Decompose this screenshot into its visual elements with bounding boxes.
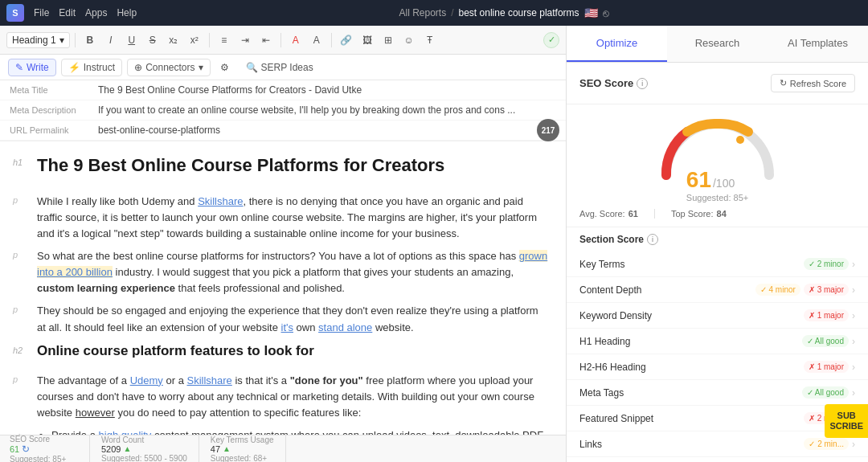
clear-format-button[interactable]: Ŧ (420, 31, 440, 50)
h2-h6-heading-label: H2-H6 Heading (579, 362, 804, 373)
document-h2[interactable]: Online course platform features to look … (37, 342, 314, 360)
h2-h6-heading-badge: ✗ 1 major (804, 361, 849, 373)
text-color-button[interactable]: A (286, 31, 305, 50)
meta-desc-value[interactable]: If you want to create an online course w… (98, 104, 515, 116)
heading-select-icon: ▾ (59, 35, 64, 46)
keys-suggested: Suggested: 68+ (211, 454, 267, 463)
p4-content[interactable]: The advantage of a Udemy or a Skillshare… (37, 373, 550, 421)
menu-apps[interactable]: Apps (85, 7, 107, 18)
app-logo[interactable]: S (6, 4, 24, 22)
heading-select[interactable]: Heading 1 ▾ (6, 32, 70, 48)
key-terms-badge: ✓ 2 minor (804, 258, 849, 270)
score-row-content-depth[interactable]: Content Depth ✓ 4 minor ✗ 3 major › (567, 277, 868, 303)
score-row-url[interactable]: URL ✓ All good › (567, 457, 868, 462)
serp-button[interactable]: 🔍 SERP Ideas (240, 59, 320, 76)
flag-icon: 🇺🇸 (584, 6, 598, 19)
highlight-button[interactable]: A (307, 31, 326, 50)
menu-bar: File Edit Apps Help (34, 7, 137, 18)
breadcrumb-area: All Reports / best online course platfor… (146, 6, 862, 19)
word-count-arrow: ▲ (123, 444, 131, 453)
write-button[interactable]: ✎ Write (8, 59, 56, 76)
p2-highlight-link[interactable]: grown into a 200 billion (37, 250, 547, 278)
score-row-featured-snippet[interactable]: Featured Snippet ✗ 2 major › (567, 406, 868, 431)
breadcrumb-all-reports[interactable]: All Reports (399, 7, 446, 18)
underline-button[interactable]: U (122, 31, 141, 50)
meta-title-value[interactable]: The 9 Best Online Course Platforms for C… (98, 84, 362, 96)
h2-tag: h2 (13, 342, 29, 366)
score-row-key-terms[interactable]: Key Terms ✓ 2 minor › (567, 251, 868, 277)
document-h1[interactable]: The 9 Best Online Course Platforms for C… (37, 154, 444, 178)
keyword-density-chevron: › (852, 310, 855, 321)
write-icon: ✎ (15, 62, 23, 73)
menu-file[interactable]: File (34, 7, 49, 18)
score-row-keyword-density[interactable]: Keyword Density ✗ 1 major › (567, 303, 868, 329)
skillshare-link-1[interactable]: Skillshare (198, 195, 243, 207)
action-bar: ✎ Write ⚡ Instruct ⊕ Connectors ▾ ⚙ 🔍 SE… (0, 55, 566, 80)
table-button[interactable]: ⊞ (379, 31, 398, 50)
score-row-links[interactable]: Links ✓ 2 min... › (567, 431, 868, 457)
right-panel: Optimize Research AI Templates SEO Score… (567, 26, 868, 462)
its-link[interactable]: it's (281, 321, 293, 333)
editor-panel: Heading 1 ▾ B I U S x₂ x² ≡ ⇥ ⇤ A A 🔗 🖼 … (0, 26, 567, 462)
main-layout: Heading 1 ▾ B I U S x₂ x² ≡ ⇥ ⇤ A A 🔗 🖼 … (0, 26, 868, 462)
document-content: h1 The 9 Best Online Course Platforms fo… (0, 141, 566, 435)
top-score-item: Top Score: 84 (671, 209, 727, 219)
strikethrough-button[interactable]: S (143, 31, 162, 50)
check-icon: ✓ (543, 32, 559, 48)
section-score-info-icon[interactable]: i (647, 234, 658, 245)
meta-title-label: Meta Title (10, 85, 98, 95)
share-icon[interactable]: ⎋ (603, 7, 609, 19)
instruct-button[interactable]: ⚡ Instruct (61, 59, 122, 76)
p1-content[interactable]: While I really like both Udemy and Skill… (37, 194, 550, 242)
refresh-score-button[interactable]: ↻ Refresh Score (771, 74, 855, 92)
seo-score-label: SEO Score (10, 435, 50, 444)
refresh-icon-2: ↻ (780, 78, 787, 88)
skillshare-link-2[interactable]: Skillshare (186, 374, 231, 386)
seo-score-number: 61 (10, 444, 19, 454)
p3-content[interactable]: They should be so engaged and enjoying t… (37, 303, 550, 335)
ul-list: Provide a high quality content managemen… (37, 427, 550, 435)
seo-score-info-icon[interactable]: i (637, 78, 648, 89)
word-suggested: Suggested: 5500 - 5900 (101, 454, 187, 463)
char-count-badge: 217 (537, 119, 559, 141)
subscribe-badge[interactable]: SUBSCRIBE (825, 404, 868, 438)
content-depth-label: Content Depth (579, 284, 755, 296)
indent-button[interactable]: ⇥ (235, 31, 255, 50)
content-depth-badge2: ✗ 3 major (804, 284, 849, 296)
udemy-link[interactable]: Udemy (130, 374, 163, 386)
tab-research[interactable]: Research (667, 26, 768, 62)
status-keys: Key Terms Usage 47 ▲ Suggested: 68+ (199, 435, 286, 463)
menu-edit[interactable]: Edit (59, 7, 76, 18)
connectors-button[interactable]: ⊕ Connectors ▾ (127, 59, 210, 76)
score-row-h1-heading[interactable]: H1 Heading ✓ All good › (567, 329, 868, 354)
p2-content[interactable]: So what are the best online course platf… (37, 248, 550, 296)
high-quality-link[interactable]: high quality (99, 429, 152, 435)
score-row-h2-h6-heading[interactable]: H2-H6 Heading ✗ 1 major › (567, 354, 868, 380)
settings-icon[interactable]: ⚙ (215, 58, 235, 77)
tab-optimize[interactable]: Optimize (567, 26, 667, 62)
link-button[interactable]: 🔗 (337, 31, 356, 50)
bold-button[interactable]: B (80, 31, 100, 50)
meta-url-value[interactable]: best-online-course-platforms (98, 125, 220, 136)
image-button[interactable]: 🖼 (358, 31, 377, 50)
h1-heading-chevron: › (852, 336, 855, 347)
italic-button[interactable]: I (101, 31, 121, 50)
meta-desc-row: Meta Description If you want to create a… (0, 100, 566, 121)
emoji-button[interactable]: ☺ (399, 31, 419, 50)
standalone-link[interactable]: stand alone (318, 321, 372, 333)
instruct-icon: ⚡ (68, 62, 80, 73)
p2-row: p So what are the best online course pla… (13, 248, 550, 296)
refresh-icon[interactable]: ↻ (22, 444, 30, 455)
outdent-button[interactable]: ⇤ (256, 31, 276, 50)
tab-ai-templates[interactable]: AI Templates (768, 26, 868, 62)
menu-help[interactable]: Help (117, 7, 137, 18)
featured-snippet-label: Featured Snippet (579, 413, 804, 424)
score-list: Key Terms ✓ 2 minor › Content Depth ✓ 4 … (567, 251, 868, 462)
superscript-button[interactable]: x² (185, 31, 204, 50)
keyword-density-label: Keyword Density (579, 310, 804, 321)
meta-tags-label: Meta Tags (579, 387, 802, 399)
score-row-meta-tags[interactable]: Meta Tags ✓ All good › (567, 380, 868, 406)
avg-top-scores: Avg. Score: 61 Top Score: 84 (567, 206, 868, 227)
subscript-button[interactable]: x₂ (164, 31, 183, 50)
align-left-button[interactable]: ≡ (215, 31, 234, 50)
